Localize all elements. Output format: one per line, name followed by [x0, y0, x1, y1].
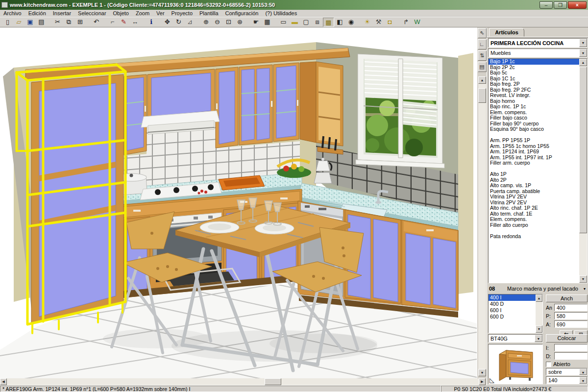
copy-doc-icon[interactable]: ▤	[478, 62, 487, 72]
list-item[interactable]: Bajo 5c	[489, 70, 579, 76]
catalog-select[interactable]: PRIMERA LECCIÓN COCINA ▼	[488, 38, 588, 48]
category-select[interactable]: Muebles ▼	[488, 49, 588, 57]
hidden-line-view-icon[interactable]: ▢	[300, 18, 312, 27]
dimension-icon[interactable]: ↔	[129, 18, 141, 27]
depth-input[interactable]: 580	[554, 312, 588, 319]
scroll-up-button[interactable]: ▲	[579, 59, 587, 66]
list-item[interactable]: Elem. compens.	[489, 217, 579, 222]
list-item[interactable]: Filler alto cuerpo	[489, 222, 579, 228]
colocar-button[interactable]: Colocar	[546, 334, 588, 343]
close-button[interactable]: ×	[568, 1, 587, 9]
list-item[interactable]: Filler bajo casco	[489, 115, 579, 121]
chevron-down-icon[interactable]: ▼	[579, 49, 587, 57]
minimize-button[interactable]: –	[539, 1, 553, 9]
variant-item[interactable]: 400 D	[489, 301, 536, 307]
undo-icon[interactable]: ↶	[91, 18, 102, 27]
variant-item[interactable]: 400 I	[489, 294, 536, 301]
list-item[interactable]: Arm. PP 1P55 1P	[489, 138, 579, 144]
print-icon[interactable]: ▤	[36, 18, 47, 27]
save-icon[interactable]: ▣	[24, 18, 36, 27]
scroll-up-button[interactable]: ▲	[478, 76, 486, 84]
mount-select[interactable]: sobre ▼	[546, 368, 588, 375]
menu-edicion[interactable]: Edición	[25, 10, 49, 17]
list-item[interactable]: Bajo 1P 1c	[489, 59, 579, 65]
word-export-icon[interactable]: W	[412, 18, 423, 27]
list-item[interactable]: Alto 1P	[489, 172, 579, 177]
chevron-down-icon[interactable]: ▼	[535, 335, 542, 342]
rotate-icon[interactable]: ↻	[173, 18, 184, 27]
left-hand-input[interactable]	[554, 344, 588, 351]
list-item[interactable]: Filler arm. cuerpo	[489, 160, 579, 166]
menu-objeto[interactable]: Objeto	[110, 10, 132, 17]
chevron-down-icon[interactable]: ▼	[581, 287, 588, 291]
zoom-in-icon[interactable]: ⊕	[200, 18, 212, 27]
menu-seleccionar[interactable]: Seleccionar	[74, 10, 109, 17]
menu-archivo[interactable]: Archivo	[0, 10, 25, 17]
level-icon[interactable]: ∟	[478, 39, 487, 49]
width-input[interactable]: 400	[554, 304, 588, 311]
paint-icon[interactable]: ✎	[118, 18, 129, 27]
mirror-icon[interactable]: ⊿	[184, 18, 196, 27]
select-arrow-icon[interactable]: ⇖	[478, 28, 487, 38]
scroll-down-button[interactable]: ▼	[478, 369, 486, 376]
menu-insertar[interactable]: Insertar	[49, 10, 74, 17]
scroll-down-button[interactable]: ▼	[536, 325, 542, 333]
list-item[interactable]: Revest. LV integr.	[489, 93, 579, 98]
list-item[interactable]: Esquina 90° bajo casco	[489, 126, 579, 132]
sort-icon[interactable]: ⇅	[478, 50, 487, 61]
wall-elbow-icon[interactable]: ⌐	[107, 18, 118, 27]
vertical-scroll-thumb[interactable]	[478, 88, 486, 103]
menu-plantilla[interactable]: Plantilla	[196, 10, 222, 17]
list-item[interactable]: Alto rinc. chaf. 1P 2E	[489, 205, 579, 211]
tab-articulos[interactable]: Artículos	[489, 28, 524, 37]
zoom-window-icon[interactable]: ⊡	[223, 18, 234, 27]
meter-icon[interactable]: ◘	[384, 18, 395, 27]
zoom-out-icon[interactable]: ⊖	[212, 18, 223, 27]
zoom-extents-icon[interactable]: ⊛	[234, 18, 245, 27]
list-item[interactable]: Pata redonda	[489, 234, 579, 240]
menu-proyecto[interactable]: Proyecto	[168, 10, 196, 17]
new-document-icon[interactable]: ▯	[2, 18, 13, 27]
list-item[interactable]	[489, 228, 579, 234]
plinth-select[interactable]: 140 ▼	[546, 376, 588, 384]
move-icon[interactable]: ✥	[162, 18, 173, 27]
list-item[interactable]: Bajo rinc. 1P 1c	[489, 104, 579, 110]
variant-item[interactable]: 600 I	[489, 307, 536, 314]
tools-icon[interactable]: ⚒	[373, 18, 384, 27]
menu-utilidades[interactable]: (?) Utilidades	[262, 10, 300, 17]
cut-icon[interactable]: ✂	[52, 18, 63, 27]
model-select-value[interactable]: Marco madera y panel lacado	[505, 286, 581, 292]
sku-select[interactable]: BT40G ▼	[488, 334, 543, 343]
chevron-down-icon[interactable]: ▼	[579, 39, 587, 47]
scroll-right-button[interactable]: ▶	[479, 378, 486, 385]
horizontal-scroll-thumb[interactable]	[265, 378, 281, 385]
solid-view-icon[interactable]: ▬	[289, 18, 300, 27]
vertical-scroll-thumb[interactable]	[579, 67, 587, 233]
scroll-down-button[interactable]: ▼	[579, 275, 587, 283]
chevron-down-icon[interactable]: ▼	[579, 377, 587, 384]
info-icon[interactable]: ℹ	[146, 18, 157, 27]
chevron-down-icon[interactable]: ▼	[579, 368, 587, 375]
maximize-button[interactable]: ❐	[554, 1, 567, 9]
list-item[interactable]: Bajo freg. 2P	[489, 81, 579, 87]
scroll-left-button[interactable]: ◀	[0, 378, 7, 385]
3d-view-canvas[interactable]	[0, 27, 477, 378]
copy-icon[interactable]: ⧉	[63, 18, 74, 27]
height-input[interactable]: 690	[554, 320, 588, 328]
render-icon[interactable]: ◧	[334, 18, 345, 27]
right-hand-input[interactable]	[554, 352, 588, 360]
list-item[interactable]: Arm. 1P124 int. 1P69	[489, 149, 579, 155]
paste-icon[interactable]: ⊞	[74, 18, 86, 27]
perspective-view-icon[interactable]: ▩	[323, 18, 334, 27]
shaded-view-icon[interactable]: ⧈	[312, 18, 323, 27]
open-checkbox[interactable]	[546, 362, 551, 367]
open-folder-icon[interactable]: ▱	[13, 18, 24, 27]
wireframe-view-icon[interactable]: ▭	[278, 18, 289, 27]
anch-button[interactable]: Anch	[546, 294, 588, 302]
scroll-up-button[interactable]: ▲	[536, 294, 542, 302]
list-item[interactable]: Vitrina 1PV 2EV	[489, 194, 579, 200]
elevation-view-icon[interactable]: ▦	[262, 18, 273, 27]
variant-item[interactable]: 600 D	[489, 314, 536, 320]
menu-configuracion[interactable]: Configuración	[222, 10, 262, 17]
lighting-icon[interactable]: ☀	[362, 18, 373, 27]
